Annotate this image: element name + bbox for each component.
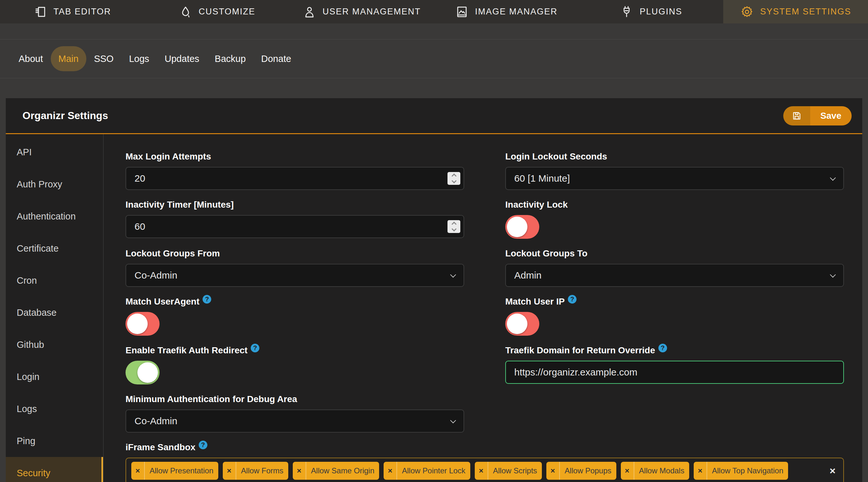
field-label: Match User IP (505, 296, 565, 307)
tag-label: Allow Forms (236, 466, 288, 475)
remove-tag-icon[interactable] (223, 466, 236, 475)
min-auth-debug-select[interactable]: Co-Admin (125, 410, 464, 432)
topnav-tab-editor[interactable]: TAB EDITOR (0, 0, 145, 24)
inactivity-timer-input[interactable] (125, 215, 464, 238)
topnav-label: IMAGE MANAGER (475, 7, 558, 17)
help-icon[interactable] (568, 295, 577, 303)
field-match-user-ip: Match User IP (505, 296, 844, 336)
tag-allow-scripts: Allow Scripts (475, 462, 542, 480)
subnav-sso[interactable]: SSO (86, 46, 121, 71)
panel-header: Organizr Settings Save (6, 98, 862, 134)
organizr-settings-panel: Organizr Settings Save API Auth Proxy Au… (6, 98, 862, 482)
subnav-donate[interactable]: Donate (254, 46, 299, 71)
inactivity-lock-toggle[interactable] (505, 215, 539, 239)
remove-tag-icon[interactable] (383, 466, 397, 475)
sidebar-item-auth-proxy[interactable]: Auth Proxy (6, 168, 103, 200)
topnav-label: SYSTEM SETTINGS (760, 7, 851, 17)
sidebar-item-github[interactable]: Github (6, 329, 103, 361)
sidebar-item-certificate[interactable]: Certificate (6, 232, 103, 264)
topnav-image-manager[interactable]: IMAGE MANAGER (434, 0, 579, 24)
sidebar-item-ping[interactable]: Ping (6, 425, 103, 457)
match-user-ip-toggle[interactable] (505, 312, 539, 336)
sidebar-item-cron[interactable]: Cron (6, 264, 103, 296)
subnav-main[interactable]: Main (51, 46, 86, 71)
field-label: Inactivity Lock (505, 200, 844, 210)
user-management-icon (303, 5, 316, 19)
page-title: Organizr Settings (23, 110, 108, 122)
field-label: iFrame Sandbox (125, 442, 195, 452)
number-stepper[interactable] (447, 172, 460, 185)
field-iframe-sandbox: iFrame Sandbox Allow Presentation Allow … (125, 442, 844, 482)
sidebar-item-login[interactable]: Login (6, 361, 103, 393)
save-button-label: Save (810, 106, 851, 126)
field-max-login-attempts: Max Login Attempts (125, 152, 464, 190)
save-button[interactable]: Save (783, 106, 851, 126)
traefik-domain-override-input[interactable] (505, 361, 844, 384)
floppy-disk-icon (783, 106, 810, 126)
tag-label: Allow Presentation (145, 466, 218, 475)
subnav-backup[interactable]: Backup (207, 46, 254, 71)
remove-tag-icon[interactable] (475, 466, 488, 475)
selected-value: 60 [1 Minute] (514, 173, 570, 184)
match-useragent-toggle[interactable] (125, 312, 159, 336)
tab-editor-icon (34, 5, 47, 19)
sidebar-item-logs[interactable]: Logs (6, 393, 103, 425)
tag-allow-modals: Allow Modals (621, 462, 689, 480)
remove-tag-icon[interactable] (694, 466, 707, 475)
lockout-groups-to-select[interactable]: Admin (505, 264, 844, 287)
topnav-label: PLUGINS (640, 7, 682, 17)
help-icon[interactable] (203, 295, 211, 303)
topnav-label: TAB EDITOR (54, 7, 112, 17)
field-inactivity-timer: Inactivity Timer [Minutes] (125, 200, 464, 239)
toggle-knob (507, 314, 527, 334)
remove-tag-icon[interactable] (621, 466, 634, 475)
field-traefik-domain-override: Traefik Domain for Return Override (505, 345, 844, 384)
toggle-knob (127, 314, 148, 334)
field-label: Lockout Groups To (505, 248, 844, 259)
iframe-sandbox-tag-input[interactable]: Allow Presentation Allow Forms Allow Sam… (125, 458, 844, 482)
selected-value: Co-Admin (134, 416, 177, 426)
max-login-attempts-input[interactable] (125, 167, 464, 190)
tag-label: Allow Popups (560, 466, 616, 475)
topnav-label: CUSTOMIZE (199, 7, 255, 17)
field-label: Enable Traefik Auth Redirect (125, 345, 248, 355)
topnav-customize[interactable]: CUSTOMIZE (145, 0, 289, 24)
topnav-user-management[interactable]: USER MANAGEMENT (289, 0, 434, 24)
tag-label: Allow Pointer Lock (397, 466, 470, 475)
clear-all-tags-icon[interactable] (827, 462, 838, 480)
sidebar-item-authentication[interactable]: Authentication (6, 200, 103, 232)
topnav-system-settings[interactable]: SYSTEM SETTINGS (723, 0, 868, 24)
remove-tag-icon[interactable] (546, 466, 559, 475)
image-manager-icon (455, 5, 469, 19)
field-label: Inactivity Timer [Minutes] (125, 200, 464, 210)
field-enable-traefik-auth-redirect: Enable Traefik Auth Redirect (125, 345, 464, 384)
sidebar-item-api[interactable]: API (6, 136, 103, 168)
customize-icon (179, 5, 192, 19)
subnav-logs[interactable]: Logs (121, 46, 157, 71)
number-stepper[interactable] (447, 220, 460, 233)
topnav-plugins[interactable]: PLUGINS (579, 0, 723, 24)
subnav-updates[interactable]: Updates (157, 46, 207, 71)
sidebar-item-database[interactable]: Database (6, 296, 103, 329)
subnav-about[interactable]: About (11, 46, 51, 71)
help-icon[interactable] (658, 344, 667, 352)
toggle-knob (507, 217, 527, 237)
sidebar-item-security[interactable]: Security (6, 457, 103, 482)
field-label: Traefik Domain for Return Override (505, 345, 655, 355)
top-navigation: TAB EDITOR CUSTOMIZE USER MANAGEMENT IMA… (0, 0, 868, 24)
enable-traefik-auth-redirect-toggle[interactable] (125, 361, 159, 384)
tag-label: Allow Top Navigation (707, 466, 788, 475)
toggle-knob (137, 362, 158, 383)
topnav-label: USER MANAGEMENT (322, 7, 421, 17)
lockout-groups-from-select[interactable]: Co-Admin (125, 264, 464, 287)
help-icon[interactable] (251, 344, 259, 352)
remove-tag-icon[interactable] (293, 466, 306, 475)
remove-tag-icon[interactable] (131, 466, 144, 475)
help-icon[interactable] (199, 441, 207, 449)
login-lockout-seconds-select[interactable]: 60 [1 Minute] (505, 167, 844, 190)
field-lockout-groups-from: Lockout Groups From Co-Admin (125, 248, 464, 287)
field-spacer (505, 394, 844, 432)
field-label: Lockout Groups From (125, 248, 464, 259)
gear-icon (740, 5, 754, 19)
field-login-lockout-seconds: Login Lockout Seconds 60 [1 Minute] (505, 152, 844, 190)
